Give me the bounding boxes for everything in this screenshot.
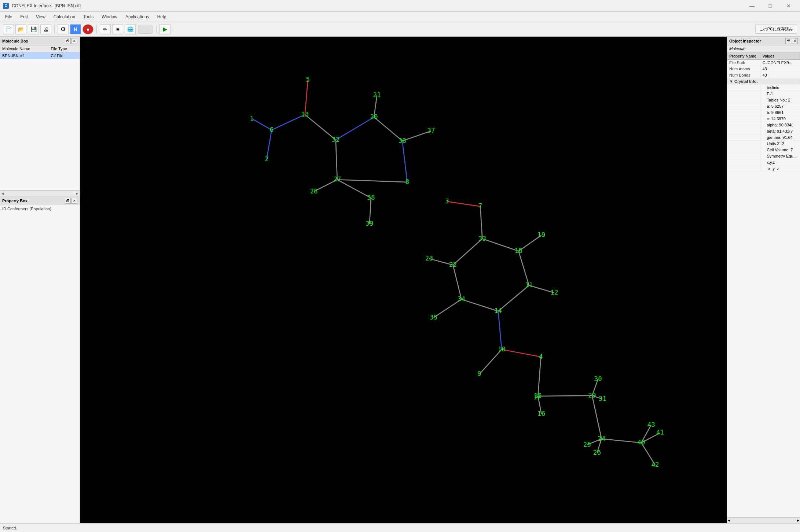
svg-line-11 (336, 140, 337, 180)
svg-text:20: 20 (370, 113, 378, 121)
close-button[interactable]: ✕ (780, 0, 797, 12)
maximize-button[interactable]: □ (762, 0, 779, 12)
settings-button[interactable]: ⚙ (58, 24, 69, 34)
menu-window[interactable]: Window (98, 13, 121, 21)
inspector-scroll-area: Property Name Values File Path C:/CONFLE… (727, 53, 800, 517)
inspector-row-sym2: -x,-y,-z (727, 166, 800, 172)
menu-applications[interactable]: Applications (122, 13, 153, 21)
molecule-box-header: Molecule Box 🗗 ✕ (0, 37, 80, 45)
new-button[interactable]: 📄 (3, 24, 14, 34)
svg-text:19: 19 (537, 231, 545, 239)
canvas-area[interactable]: 1234567891011121314151617181920212223242… (80, 37, 727, 523)
main-layout: Molecule Box 🗗 ✕ Molecule Name File Type… (0, 37, 800, 523)
scroll-left-arrow[interactable]: ◀ (1, 192, 4, 195)
globe-button[interactable]: 🌐 (125, 24, 136, 34)
inspector-row-crystal[interactable]: ▼ Crystal Info. (727, 78, 800, 85)
svg-text:41: 41 (656, 429, 664, 436)
svg-text:10: 10 (498, 346, 506, 353)
inspector-row-alpha: alpha: 90.834( (727, 122, 800, 128)
menu-help[interactable]: Help (154, 13, 170, 21)
inspector-close[interactable]: ✕ (792, 38, 798, 44)
inspector-scroll-left[interactable]: ◀ (728, 519, 730, 522)
svg-line-18 (482, 239, 518, 251)
object-inspector: Object Inspector 🗗 ✕ Molecule Property N… (727, 37, 800, 523)
inspector-row-volume: Cell Volume: 7 (727, 147, 800, 153)
menu-view[interactable]: View (32, 13, 49, 21)
prop-crystal-system-val: triclinic (760, 85, 800, 91)
left-panel: Molecule Box 🗗 ✕ Molecule Name File Type… (0, 37, 80, 523)
molecule-box-close[interactable]: ✕ (71, 38, 77, 44)
prop-a-name (727, 103, 760, 110)
stop-button[interactable]: ● (82, 24, 93, 34)
prop-gamma-name (727, 134, 760, 141)
inspector-scroll-right[interactable]: ▶ (797, 519, 799, 522)
prop-alpha-val: alpha: 90.834( (760, 122, 800, 128)
svg-text:30: 30 (594, 375, 602, 383)
svg-line-0 (252, 119, 272, 130)
inspector-row-spacegroup: P-1 (727, 91, 800, 97)
scroll-right-arrow[interactable]: ▶ (76, 192, 78, 195)
save-button[interactable]: 💾 (28, 24, 39, 34)
molecule-row[interactable]: BPN-ISN.cif Cif File (0, 52, 80, 59)
inspector-row-crystal-system: triclinic (727, 85, 800, 91)
svg-text:21: 21 (373, 91, 381, 99)
inspector-float[interactable]: 🗗 (785, 38, 791, 44)
run-button[interactable]: ▶ (159, 24, 170, 34)
save-pc-button[interactable]: このPCに保存済み (755, 25, 797, 34)
svg-text:24: 24 (598, 435, 605, 442)
list-button[interactable]: ≡ (112, 24, 123, 34)
svg-line-17 (453, 239, 482, 265)
svg-line-29 (502, 350, 541, 357)
svg-line-5 (336, 117, 374, 140)
molecule-name-cell: BPN-ISN.cif (0, 52, 48, 59)
prop-c-val: c: 14.3979 (760, 116, 800, 122)
svg-line-13 (337, 180, 371, 198)
toolbar: 📄 📂 💾 🖨 ⚙ H ● ✏ ≡ 🌐 ▶ このPCに保存済み (0, 22, 800, 37)
prop-volume-name (727, 147, 760, 153)
svg-line-2 (272, 115, 305, 130)
draw-button[interactable]: ✏ (100, 24, 111, 34)
prop-unitsz-val: Units Z: 2 (760, 141, 800, 147)
svg-line-10 (337, 180, 407, 182)
inspector-row-filepath: File Path C:/CONFLEX9... (727, 60, 800, 66)
inspector-scrollbar-h[interactable]: ◀ ▶ (727, 517, 800, 523)
svg-text:34: 34 (458, 295, 465, 303)
svg-text:32: 32 (332, 136, 340, 143)
svg-text:3: 3 (445, 197, 449, 205)
svg-line-16 (480, 206, 482, 239)
prop-beta-name (727, 128, 760, 134)
prop-b-val: b: 9.8661 (760, 110, 800, 116)
minimize-button[interactable]: — (744, 0, 760, 12)
inspector-col-property: Property Name (727, 53, 760, 60)
svg-text:33: 33 (478, 235, 486, 242)
property-box-header: Property Box 🗗 ✕ (0, 196, 80, 205)
svg-text:27: 27 (333, 176, 341, 183)
col-file-type: File Type (48, 45, 80, 52)
separator-3 (156, 25, 157, 34)
open-button[interactable]: 📂 (15, 24, 26, 34)
menu-edit[interactable]: Edit (16, 13, 32, 21)
menu-tools[interactable]: Tools (80, 13, 97, 21)
svg-text:4: 4 (539, 353, 543, 360)
prop-a-val: a: 5.6257 (760, 103, 800, 110)
menu-file[interactable]: File (1, 13, 16, 21)
svg-text:26: 26 (593, 449, 601, 456)
property-box-float[interactable]: 🗗 (65, 198, 71, 204)
property-box-close[interactable]: ✕ (71, 198, 77, 204)
menu-calculation[interactable]: Calculation (50, 13, 79, 21)
crystal-section-toggle[interactable]: ▼ Crystal Info. (727, 78, 800, 85)
h-button[interactable]: H (70, 24, 81, 34)
molecule-scrollbar-h[interactable]: ◀ ▶ (0, 191, 80, 196)
svg-line-33 (538, 396, 592, 396)
prop-spacegroup-val: P-1 (760, 91, 800, 97)
molecule-box-float[interactable]: 🗗 (65, 38, 71, 44)
window-controls: — □ ✕ (744, 0, 797, 12)
prop-name-filepath: File Path (727, 60, 760, 66)
molecule-box-title: Molecule Box (2, 39, 28, 43)
inspector-row-numatoms: Num Atoms 43 (727, 66, 800, 72)
print-button[interactable]: 🖨 (40, 24, 51, 34)
prop-alpha-name (727, 122, 760, 128)
inspector-row-sym1: x,y,z (727, 159, 800, 166)
svg-text:42: 42 (651, 461, 659, 468)
svg-line-28 (479, 350, 502, 374)
